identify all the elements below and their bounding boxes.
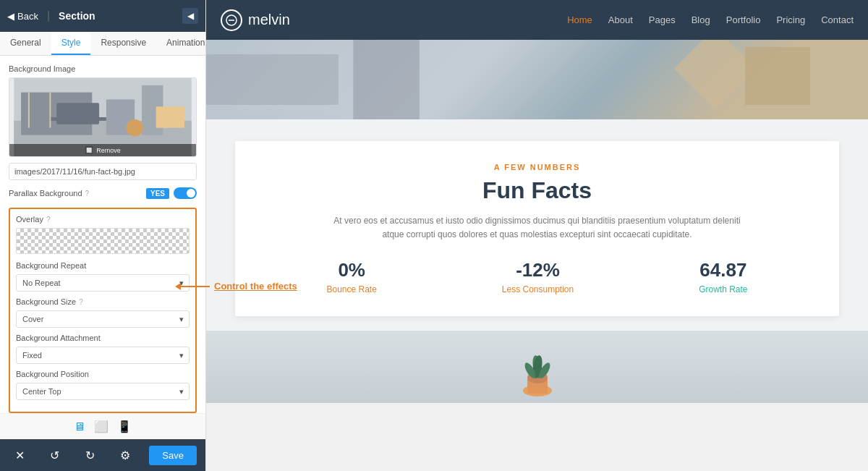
nav-link-contact[interactable]: Contact (821, 14, 854, 25)
nav-link-pages[interactable]: Pages (649, 14, 676, 25)
toggle-switch[interactable] (174, 187, 197, 199)
overlay-info-icon[interactable]: ? (46, 216, 51, 224)
logo-icon (221, 9, 242, 31)
bg-attachment-wrapper: Fixed (16, 347, 190, 364)
overlay-color-picker[interactable] (16, 228, 190, 254)
orange-settings-box: Overlay ? Background Repeat No Repeat (9, 208, 197, 413)
tab-style[interactable]: Style (51, 32, 91, 55)
bg-repeat-label: Background Repeat (16, 261, 190, 270)
stat-bounce-rate: 0% Bounce Rate (326, 259, 376, 294)
tab-responsive[interactable]: Responsive (90, 32, 156, 55)
bg-size-label: Background Size ? (16, 297, 190, 306)
redo-button[interactable]: ↻ (79, 445, 101, 467)
bg-repeat-select[interactable]: No Repeat (16, 274, 190, 292)
stat-number-2: 64.87 (699, 259, 747, 281)
svg-rect-13 (206, 54, 339, 105)
header-separator: | (47, 9, 50, 22)
settings-button[interactable]: ⚙ (114, 445, 136, 467)
remove-label: Remove (96, 147, 121, 154)
back-label: Back (17, 11, 38, 22)
facts-stats: 0% Bounce Rate -12% Less Consumption 64.… (264, 259, 810, 294)
image-path-input[interactable]: images/2017/11/16/fun-fact-bg.jpg (9, 163, 197, 180)
section-title: Section (59, 10, 95, 22)
back-button[interactable]: ◀ Back (7, 11, 38, 22)
stat-label-1: Less Consumption (502, 284, 574, 294)
back-arrow-icon: ◀ (7, 11, 14, 22)
panel-content: Background Image 🔲 Remove imag (0, 56, 205, 413)
bg-position-row: Background Position Center Top (16, 370, 190, 400)
stat-label-2: Growth Rate (699, 284, 747, 294)
undo-button[interactable]: ↺ (44, 445, 66, 467)
tablet-view-icon[interactable]: ⬜ (94, 420, 109, 433)
fun-facts-section: A FEW NUMBERS Fun Facts At vero eos et a… (206, 119, 868, 331)
facts-description: At vero eos et accusamus et iusto odio d… (328, 214, 747, 242)
collapse-button[interactable]: ◀ (182, 8, 198, 24)
svg-rect-3 (56, 103, 99, 124)
nav-link-about[interactable]: About (608, 14, 633, 25)
bg-image-preview[interactable]: 🔲 Remove (9, 77, 197, 157)
parallax-row: Parallax Background ? YES (9, 187, 197, 199)
nav-link-portfolio[interactable]: Portfolio (726, 14, 761, 25)
parallax-info-icon[interactable]: ? (85, 190, 90, 198)
nav-link-home[interactable]: Home (567, 14, 592, 25)
bg-attachment-row: Background Attachment Fixed (16, 334, 190, 364)
svg-rect-10 (49, 93, 51, 128)
facts-subtitle: A FEW NUMBERS (264, 163, 810, 171)
overlay-label: Overlay ? (16, 215, 190, 224)
bg-position-label: Background Position (16, 370, 190, 378)
stat-less-consumption: -12% Less Consumption (502, 259, 574, 294)
bg-size-row: Background Size ? Cover (16, 297, 190, 328)
preview-bottom (206, 331, 868, 403)
bg-size-wrapper: Cover (16, 310, 190, 328)
toggle-yes-label: YES (146, 188, 169, 199)
preview-nav: melvin Home About Pages Blog Portfolio P… (206, 0, 868, 40)
bg-image-label: Background Image (9, 64, 197, 73)
stat-growth-rate: 64.87 Growth Rate (699, 259, 747, 294)
panel-header: ◀ Back | Section ◀ (0, 0, 205, 32)
mobile-view-icon[interactable]: 📱 (117, 420, 132, 433)
parallax-label: Parallax Background ? (9, 189, 89, 198)
svg-rect-9 (28, 93, 30, 128)
bottom-toolbar: ✕ ↺ ↻ ⚙ Save (0, 439, 205, 471)
bg-attachment-select[interactable]: Fixed (16, 347, 190, 364)
bg-attachment-label: Background Attachment (16, 334, 190, 342)
bg-size-info-icon[interactable]: ? (79, 298, 83, 306)
facts-title: Fun Facts (264, 177, 810, 204)
svg-rect-8 (49, 117, 106, 121)
panel-tabs: General Style Responsive Animation (0, 32, 205, 56)
bg-repeat-wrapper: No Repeat (16, 274, 190, 292)
svg-point-7 (126, 119, 143, 137)
bg-repeat-row: Background Repeat No Repeat (16, 261, 190, 292)
nav-logo: melvin (221, 9, 290, 31)
preview-hero (206, 40, 868, 119)
bg-size-select[interactable]: Cover (16, 310, 190, 328)
remove-image-button[interactable]: 🔲 Remove (9, 144, 196, 156)
desktop-view-icon[interactable]: 🖥 (74, 420, 85, 433)
nav-links: Home About Pages Blog Portfolio Pricing … (567, 14, 854, 25)
right-panel: melvin Home About Pages Blog Portfolio P… (206, 0, 868, 471)
svg-rect-6 (156, 106, 184, 127)
logo-text: melvin (248, 12, 290, 28)
stat-label-0: Bounce Rate (326, 284, 376, 294)
remove-icon: 🔲 (85, 146, 93, 154)
stat-number-1: -12% (502, 259, 574, 281)
save-button[interactable]: Save (149, 446, 197, 465)
close-button[interactable]: ✕ (9, 445, 30, 467)
fun-facts-card: A FEW NUMBERS Fun Facts At vero eos et a… (235, 141, 839, 316)
parallax-toggle[interactable]: YES (146, 187, 197, 199)
stat-number-0: 0% (326, 259, 376, 281)
nav-link-blog[interactable]: Blog (692, 14, 710, 25)
nav-link-pricing[interactable]: Pricing (776, 14, 805, 25)
tab-general[interactable]: General (0, 32, 51, 55)
panel-footer: 🖥 ⬜ 📱 (0, 413, 205, 439)
bg-position-select[interactable]: Center Top (16, 383, 190, 400)
overlay-section: Overlay ? (16, 215, 190, 254)
svg-rect-14 (353, 40, 420, 119)
left-panel: ◀ Back | Section ◀ General Style Respons… (0, 0, 206, 471)
bg-position-wrapper: Center Top (16, 383, 190, 400)
